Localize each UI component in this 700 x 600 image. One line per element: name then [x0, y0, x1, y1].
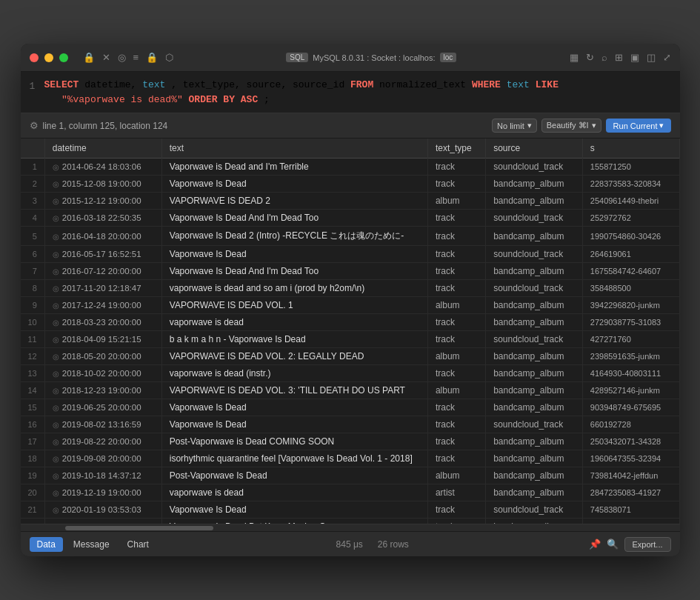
- cell-id: 264619061: [582, 246, 679, 263]
- close-icon[interactable]: ✕: [102, 52, 110, 63]
- query-cols2: , text_type, source, source_id: [171, 79, 350, 90]
- sql-badge: SQL: [286, 53, 308, 62]
- expand-icon[interactable]: ⤢: [663, 52, 671, 63]
- col-header-num: [21, 139, 45, 159]
- col-header-source[interactable]: source: [486, 139, 583, 159]
- query-string: "%vaporwave is dead%": [61, 94, 183, 105]
- kw-order: ORDER BY: [189, 94, 235, 105]
- maximize-button[interactable]: [59, 53, 68, 62]
- table-row[interactable]: 5 ◎2016-04-18 20:00:00 Vaporwave Is Dead…: [21, 227, 680, 246]
- cell-datetime: ◎2014-06-24 18:03:06: [44, 159, 161, 176]
- cell-type: track: [427, 331, 485, 348]
- cell-id: 4289527146-junkm: [582, 382, 679, 399]
- col-header-id[interactable]: s: [582, 139, 679, 159]
- col-text2: text: [507, 79, 530, 90]
- table-row[interactable]: 19 ◎2019-10-18 14:37:12 Post-Vaporwave I…: [21, 467, 680, 484]
- cell-datetime: ◎2016-04-18 20:00:00: [44, 227, 161, 246]
- minimize-button[interactable]: [44, 53, 53, 62]
- cell-source: bandcamp_album: [486, 314, 583, 331]
- cell-text: VAPORWAVE IS DEAD VOL. 1: [161, 297, 427, 314]
- col-header-text[interactable]: text: [161, 139, 427, 159]
- refresh-icon[interactable]: ↻: [586, 52, 594, 63]
- table-row[interactable]: 13 ◎2018-10-02 20:00:00 vaporwave is dea…: [21, 365, 680, 382]
- cell-text: isorhythmic quarantine feel [Vaporwave I…: [161, 450, 427, 467]
- eye-icon[interactable]: ◎: [118, 52, 126, 63]
- table-row[interactable]: 18 ◎2019-09-08 20:00:00 isorhythmic quar…: [21, 450, 680, 467]
- cell-datetime: ◎2019-06-25 20:00:00: [44, 399, 161, 416]
- cell-text: Vaporwave Is Dead: [161, 176, 427, 193]
- table-row[interactable]: 15 ◎2019-06-25 20:00:00 Vaporwave Is Dea…: [21, 399, 680, 416]
- table-row[interactable]: 1 ◎2014-06-24 18:03:06 Vaporwave is Dead…: [21, 159, 680, 176]
- cell-type: track: [427, 416, 485, 433]
- cell-num: 13: [21, 365, 45, 382]
- app-window: 🔒 ✕ ◎ ≡ 🔒 ⬡ SQL MySQL 8.0.31 : Socket : …: [21, 44, 680, 556]
- cell-source: soundcloud_track: [486, 159, 583, 176]
- sidebar-icon[interactable]: ◫: [647, 52, 656, 63]
- query-editor[interactable]: 1 SELECT datetime, text , text_type, sou…: [21, 72, 680, 113]
- table-row[interactable]: 12 ◎2018-05-20 20:00:00 VAPORWAVE IS DEA…: [21, 348, 680, 365]
- lock-icon[interactable]: 🔒: [146, 52, 158, 63]
- cell-datetime: ◎2015-12-08 19:00:00: [44, 176, 161, 193]
- tab-message[interactable]: Message: [66, 537, 117, 552]
- cell-type: track: [427, 227, 485, 246]
- stats-icon[interactable]: ▦: [570, 52, 579, 63]
- col-text: text: [142, 79, 165, 90]
- cell-text: Vaporwave Is Dead 2 (Intro) -RECYCLE これは…: [161, 227, 427, 246]
- cell-source: soundcloud_track: [486, 501, 583, 519]
- horizontal-scrollbar[interactable]: [21, 524, 680, 531]
- cell-num: 21: [21, 501, 45, 519]
- table-header-row: datetime text text_type source s: [21, 139, 680, 159]
- cell-num: 7: [21, 263, 45, 280]
- cell-text: vaporwave is dead and so am i (prod by h…: [161, 280, 427, 297]
- results-table-container[interactable]: datetime text text_type source s 1 ◎2014…: [21, 139, 680, 524]
- cell-num: 6: [21, 246, 45, 263]
- cell-text: Post-Vaporwave Is Dead: [161, 467, 427, 484]
- col-header-texttype[interactable]: text_type: [427, 139, 485, 159]
- tab-chart[interactable]: Chart: [120, 537, 156, 552]
- cell-num: 4: [21, 210, 45, 227]
- table-row[interactable]: 2 ◎2015-12-08 19:00:00 Vaporwave Is Dead…: [21, 176, 680, 193]
- cell-type: track: [427, 450, 485, 467]
- cell-num: 5: [21, 227, 45, 246]
- col-header-datetime[interactable]: datetime: [44, 139, 161, 159]
- scrollbar-thumb[interactable]: [65, 526, 213, 530]
- search-icon[interactable]: ⌕: [601, 52, 607, 63]
- no-limit-select[interactable]: No limit ▾: [492, 119, 537, 133]
- panel-icon[interactable]: ▣: [630, 52, 639, 63]
- timing: 845 μs: [336, 539, 363, 550]
- cell-id: 660192728: [582, 416, 679, 433]
- table-row[interactable]: 20 ◎2019-12-19 19:00:00 vaporwave is dea…: [21, 484, 680, 501]
- cell-num: 20: [21, 484, 45, 501]
- table-row[interactable]: 21 ◎2020-01-19 03:53:03 Vaporwave Is Dea…: [21, 501, 680, 519]
- table-row[interactable]: 7 ◎2016-07-12 20:00:00 Vaporwave Is Dead…: [21, 263, 680, 280]
- table-row[interactable]: 8 ◎2017-11-20 12:18:47 vaporwave is dead…: [21, 280, 680, 297]
- cell-text: Post-Vaporwave is Dead COMING SOON: [161, 433, 427, 450]
- search-icon2[interactable]: 🔍: [607, 539, 619, 550]
- cell-datetime: ◎2016-03-18 22:50:35: [44, 210, 161, 227]
- table-row[interactable]: 22 ◎2020-02-01 19:00:00 Vaporwave Is Dea…: [21, 519, 680, 524]
- table-row[interactable]: 11 ◎2018-04-09 15:21:15 b a k m a h n - …: [21, 331, 680, 348]
- table-row[interactable]: 4 ◎2016-03-18 22:50:35 Vaporwave Is Dead…: [21, 210, 680, 227]
- tab-data[interactable]: Data: [30, 537, 63, 552]
- close-button[interactable]: [30, 53, 39, 62]
- table-row[interactable]: 9 ◎2017-12-24 19:00:00 VAPORWAVE IS DEAD…: [21, 297, 680, 314]
- table-row[interactable]: 14 ◎2018-12-23 19:00:00 VAPORWAVE IS DEA…: [21, 382, 680, 399]
- grid-icon[interactable]: ⊞: [615, 52, 623, 63]
- table-row[interactable]: 3 ◎2015-12-12 19:00:00 VAPORWAVE IS DEAD…: [21, 193, 680, 210]
- pin-icon[interactable]: 📌: [589, 539, 601, 550]
- db-icon[interactable]: ⬡: [165, 52, 173, 63]
- cell-type: album: [427, 348, 485, 365]
- cell-text: Vaporwave Is Dead: [161, 246, 427, 263]
- query-text[interactable]: SELECT datetime, text , text_type, sourc…: [44, 78, 559, 107]
- beautify-select[interactable]: Beautify ⌘I ▾: [541, 119, 601, 133]
- cell-num: 9: [21, 297, 45, 314]
- table-row[interactable]: 16 ◎2019-08-02 13:16:59 Vaporwave Is Dea…: [21, 416, 680, 433]
- list-icon[interactable]: ≡: [133, 52, 139, 63]
- table-row[interactable]: 10 ◎2018-03-23 20:00:00 vaporwave is dea…: [21, 314, 680, 331]
- settings-icon[interactable]: ⚙: [30, 120, 39, 131]
- run-button[interactable]: Run Current ▾: [606, 119, 671, 133]
- table-row[interactable]: 17 ◎2019-08-22 20:00:00 Post-Vaporwave i…: [21, 433, 680, 450]
- table-row[interactable]: 6 ◎2016-05-17 16:52:51 Vaporwave Is Dead…: [21, 246, 680, 263]
- cell-source: soundcloud_track: [486, 331, 583, 348]
- export-button[interactable]: Export...: [624, 537, 671, 552]
